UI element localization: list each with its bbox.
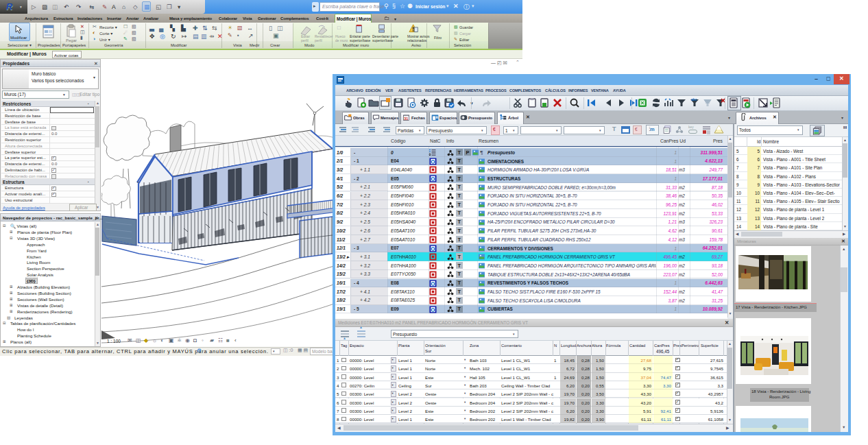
- svg-text:abc: abc: [691, 97, 697, 101]
- svg-text:31: 31: [404, 117, 408, 121]
